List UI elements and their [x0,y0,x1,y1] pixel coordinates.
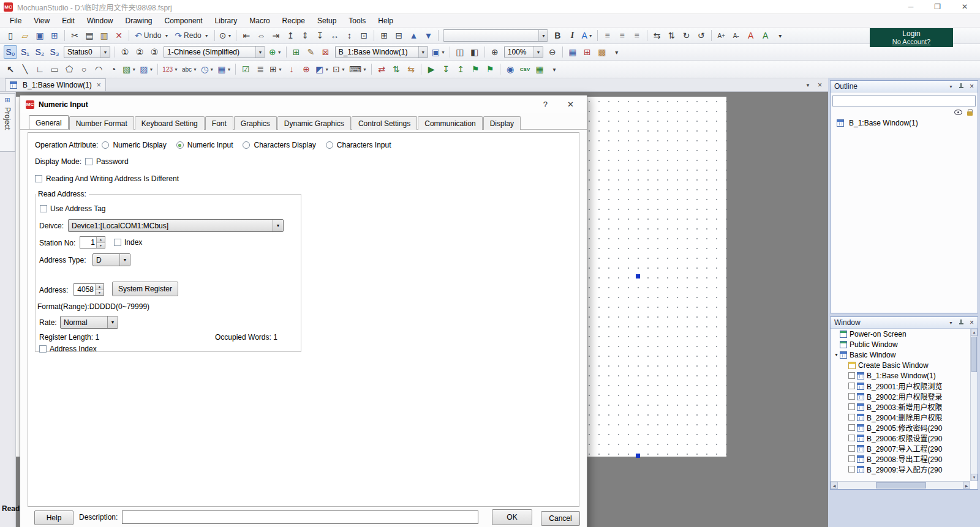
line-icon[interactable]: ╲ [18,62,32,76]
snap-icon[interactable]: ⊞ [581,45,594,59]
ungroup-icon[interactable]: ⊟ [392,29,405,42]
state1-icon[interactable]: S₁ [18,45,32,59]
align-bottom-icon[interactable]: ↧ [313,29,326,42]
status-combo[interactable]: Status0▼ [64,46,110,58]
lock-icon[interactable] [967,111,973,116]
window-combo[interactable]: B_1:Base Window(1)▼ [335,46,428,58]
tree-item[interactable]: B_29005:修改密码(290 [831,422,970,433]
check-list-icon[interactable]: ☑ [239,62,252,76]
tree-item-checkbox[interactable] [848,466,855,473]
tree-item-checkbox[interactable] [848,414,855,420]
tree-item-checkbox[interactable] [848,383,855,389]
state3-icon[interactable]: S₃ [48,45,61,59]
percent-transfer1-icon[interactable]: ⇄ [375,62,388,76]
polygon-icon[interactable]: ⬠ [62,62,76,76]
radio-characters-display[interactable] [243,141,250,149]
arrow-component-icon[interactable]: ↓ [285,62,298,76]
dialog-help-icon[interactable]: ? [543,100,548,109]
window-panel-header[interactable]: Window ▼ × [831,317,978,329]
character-component-icon[interactable]: abc▼ [181,62,198,76]
save-icon[interactable]: ▣ [33,29,47,42]
same-height-icon[interactable]: ↕ [342,29,356,42]
dialog-tab-keyboard-setting[interactable]: Keyboard Setting [135,116,205,130]
static-picture-icon[interactable]: ▨▼ [138,62,154,76]
font-combo[interactable]: ▼ [443,29,548,42]
use-address-tag-checkbox[interactable] [40,205,47,212]
dialog-tab-control-settings[interactable]: Control Settings [352,116,417,130]
cancel-button[interactable]: Cancel [541,511,580,526]
login-box[interactable]: Login No Account? [870,28,953,47]
state0-icon[interactable]: S₀ [4,45,17,59]
tree-item-checkbox[interactable] [848,424,855,431]
online-simulation-flag-icon[interactable]: ⚑ [483,62,497,76]
radio-characters-input[interactable] [326,141,333,149]
italic-icon[interactable]: I [565,29,579,42]
text-align-right-icon[interactable]: ≡ [630,29,644,42]
panel-menu-chevron-icon[interactable]: ▼ [949,84,953,89]
send-back-icon[interactable]: ▼ [421,29,435,42]
index-checkbox[interactable] [114,239,121,246]
radio-numeric-input[interactable] [176,141,184,149]
align-middle-icon[interactable]: ⇕ [298,29,312,42]
window-frame-icon[interactable]: ◫ [453,45,467,59]
tree-item-checkbox[interactable] [848,403,855,410]
grid-icon[interactable]: ▦ [566,45,579,59]
tree-item[interactable]: ▼Basic Window [831,349,970,360]
keyboard-icon[interactable]: ⌨▼ [348,62,368,76]
tab-list-chevron-icon[interactable]: ▼ [805,83,810,88]
expander-icon[interactable]: ▼ [833,353,840,357]
upload-icon[interactable]: ↥ [454,62,467,76]
address-type-combo[interactable]: D ▼ [92,253,130,266]
tree-item[interactable]: B_29003:新增用户权限 [831,402,970,412]
system-register-button[interactable]: System Register [112,282,178,296]
scroll-right-icon[interactable]: ▶ [963,482,970,489]
delete-window-icon[interactable]: ⊠ [319,45,333,59]
device-combo[interactable]: Device1:[LocalCOM1:MCbus] ▼ [68,219,284,232]
tree-item-checkbox[interactable] [848,435,855,441]
tab-bar-close-icon[interactable]: × [818,81,822,89]
window-component-icon[interactable]: ⊡▼ [331,62,347,76]
dialog-tab-display[interactable]: Display [483,116,521,130]
address-index-checkbox[interactable] [39,345,47,353]
tree-item-checkbox[interactable] [848,393,855,400]
language3-icon[interactable]: ③ [148,45,161,59]
tree-item[interactable]: B_29004:删除用户权限 [831,412,970,422]
arc-icon[interactable]: ◠ [92,62,105,76]
close-icon[interactable]: ✕ [962,2,968,11]
sector-icon[interactable]: ◔ [107,62,120,76]
spin-down-icon[interactable]: ▼ [96,290,104,296]
scroll-left-icon[interactable]: ◀ [831,482,838,489]
table-icon[interactable]: ⊞▼ [268,62,284,76]
align-right-icon[interactable]: ⇥ [269,29,282,42]
outline-panel-header[interactable]: Outline ▼ × [831,81,978,92]
scrollbar-thumb[interactable] [876,482,926,488]
overflow-chevron-icon[interactable]: ▾ [774,29,787,42]
tree-item[interactable]: B_29008:导出工程(290 [831,454,970,464]
new-window-icon[interactable]: ⊞ [290,45,303,59]
menu-recipe[interactable]: Recipe [276,15,311,27]
scale-icon[interactable]: ≣ [254,62,267,76]
menu-macro[interactable]: Macro [243,15,276,27]
delete-icon[interactable]: ✕ [112,29,126,42]
scroll-up-icon[interactable]: ▲ [971,329,978,336]
rotate-right-icon[interactable]: ↻ [680,29,693,42]
tree-item-checkbox[interactable] [848,455,855,462]
ok-button[interactable]: OK [492,509,532,525]
font-decrease-icon[interactable]: A- [729,29,743,42]
selection-handle[interactable] [636,454,640,458]
tree-item[interactable]: Create Basic Window [831,360,970,370]
compile-icon[interactable]: ▶ [424,62,438,76]
globe-icon[interactable]: ⊕▼ [268,45,283,59]
edit-window-icon[interactable]: ✎ [304,45,318,59]
station-no-stepper[interactable]: 1 ▲▼ [80,236,105,249]
tree-item[interactable]: Power-on Screen [831,329,970,339]
tree-item[interactable]: B_29006:权限设置(290 [831,433,970,443]
align-left-icon[interactable]: ⇤ [239,29,253,42]
same-width-icon[interactable]: ↔ [328,29,341,42]
paste-icon[interactable]: ▥ [97,29,111,42]
download-icon[interactable]: ↧ [439,62,453,76]
dialog-tab-graphics[interactable]: Graphics [234,116,277,130]
dialog-tab-general[interactable]: General [29,115,69,129]
pin-icon[interactable] [959,320,964,326]
menu-drawing[interactable]: Drawing [119,15,159,27]
